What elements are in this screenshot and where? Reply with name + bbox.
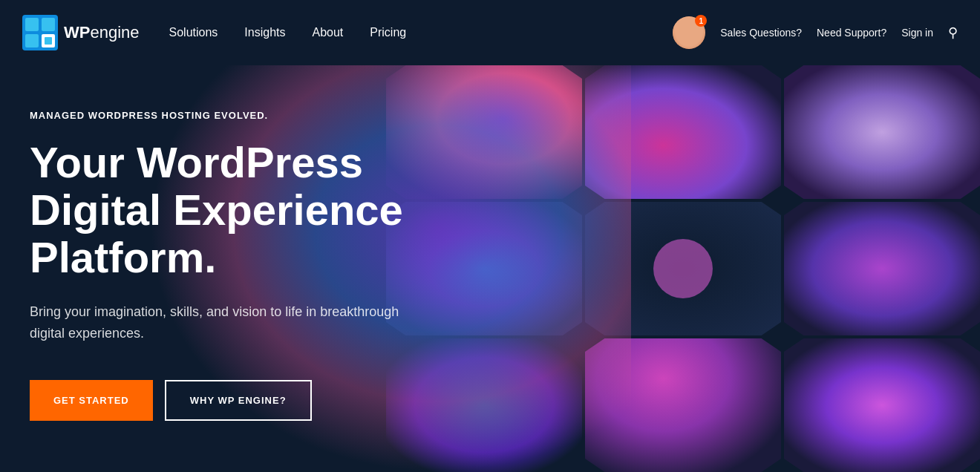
nav-solutions[interactable]: Solutions xyxy=(169,26,218,39)
hero-headline: Your WordPress Digital Experience Platfo… xyxy=(30,139,453,281)
nav-pricing[interactable]: Pricing xyxy=(370,26,406,39)
cta-buttons: GET STARTED WHY WP ENGINE? xyxy=(30,380,453,421)
sales-questions-link[interactable]: Sales Questions? xyxy=(720,27,802,39)
hero-content: MANAGED WORDPRESS HOSTING EVOLVED. Your … xyxy=(0,65,483,472)
search-icon[interactable]: ⚲ xyxy=(948,24,958,41)
need-support-link[interactable]: Need Support? xyxy=(817,27,886,39)
avatar-wrap[interactable]: 1 xyxy=(673,16,705,49)
mosaic-cell-3 xyxy=(784,65,980,199)
svg-rect-3 xyxy=(25,34,39,47)
mosaic-cell-5 xyxy=(585,202,781,335)
hero-subheadline: Bring your imagination, skills, and visi… xyxy=(30,301,416,344)
mosaic-cell-8 xyxy=(585,338,781,472)
svg-rect-5 xyxy=(45,37,52,45)
why-wp-engine-button[interactable]: WHY WP ENGINE? xyxy=(165,380,312,421)
get-started-button[interactable]: GET STARTED xyxy=(30,380,153,421)
sign-in-link[interactable]: Sign in xyxy=(901,27,933,39)
nav-about[interactable]: About xyxy=(313,26,344,39)
mosaic-cell-2 xyxy=(585,65,781,199)
hero-section: MANAGED WORDPRESS HOSTING EVOLVED. Your … xyxy=(0,65,980,472)
navbar: WPengine Solutions Insights About Pricin… xyxy=(0,0,980,65)
nav-right: 1 Sales Questions? Need Support? Sign in… xyxy=(673,16,958,49)
logo-text: WPengine xyxy=(64,23,140,42)
nav-insights[interactable]: Insights xyxy=(244,26,285,39)
nav-links: Solutions Insights About Pricing xyxy=(169,26,673,39)
logo[interactable]: WPengine xyxy=(22,15,140,50)
svg-rect-1 xyxy=(25,18,39,31)
mosaic-cell-9 xyxy=(784,338,980,472)
hero-tagline: MANAGED WORDPRESS HOSTING EVOLVED. xyxy=(30,110,453,121)
mosaic-cell-6 xyxy=(784,202,980,335)
svg-rect-2 xyxy=(42,18,55,31)
wp-engine-logo-icon xyxy=(22,15,58,50)
notification-badge: 1 xyxy=(695,15,707,27)
